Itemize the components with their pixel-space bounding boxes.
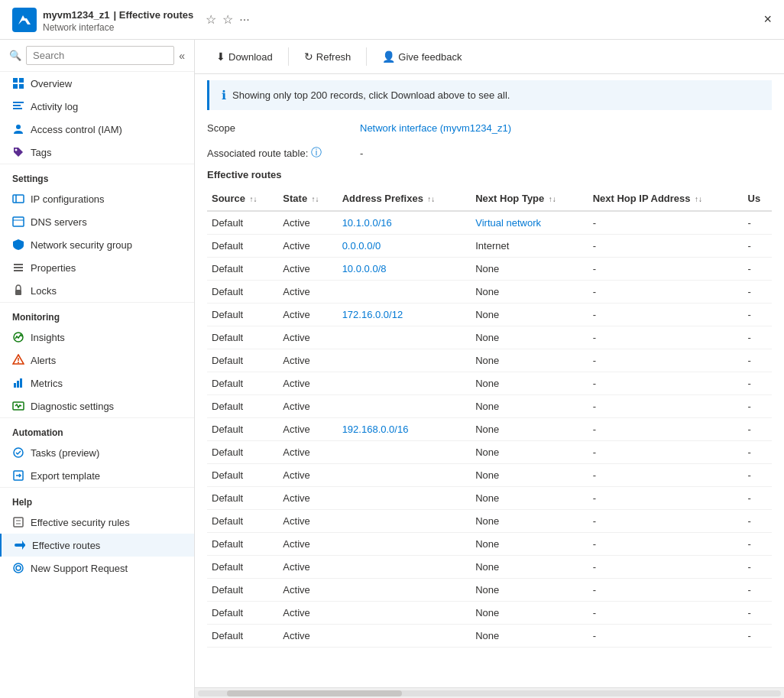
address-prefix-link[interactable]: 172.16.0.0/12 [342,309,403,320]
sidebar-item-label: IP configurations [31,193,105,205]
sidebar-item-tags[interactable]: Tags [0,141,194,164]
cell-state: Active [278,281,337,304]
cell-state: Active [278,579,337,602]
hop-type-value: None [475,469,499,481]
info-tooltip-icon[interactable]: ⓘ [311,146,322,160]
table-header-row: Source ↑↓ State ↑↓ Address Prefixes ↑↓ [207,187,772,211]
hop-type-value: None [475,607,499,618]
cell-hoptype: None [471,349,588,372]
svg-point-34 [16,566,21,570]
cell-us: - [744,464,772,487]
cell-hoptype: None [471,441,588,464]
scope-label: Scope [207,122,360,134]
sidebar-item-locks[interactable]: Locks [0,279,194,302]
svg-rect-21 [14,383,16,388]
table-row: Default Active 10.0.0.0/8 None - - [207,258,772,281]
cell-us: - [744,258,772,281]
sidebar-item-supportrequest[interactable]: New Support Request [0,557,194,580]
alerts-icon [12,354,24,366]
collapse-sidebar-button[interactable]: « [179,50,185,62]
sort-hoptype-icon[interactable]: ↑↓ [549,195,556,203]
address-prefix-link[interactable]: 10.0.0.0/8 [342,263,387,274]
cell-us: - [744,372,772,395]
hop-type-link[interactable]: Virtual network [475,217,541,229]
table-row: Default Active None - - [207,556,772,579]
cell-hopip: - [588,533,744,556]
cell-hopip: - [588,235,744,258]
properties-icon [12,261,24,274]
route-table-value: - [360,148,363,159]
cell-us: - [744,304,772,326]
sidebar-item-tasks[interactable]: Tasks (preview) [0,441,194,464]
horizontal-scrollbar[interactable] [195,687,784,698]
refresh-button[interactable]: ↻ Refresh [295,46,361,67]
info-icon: ℹ [222,88,226,102]
cell-state: Active [278,487,337,510]
sort-state-icon[interactable]: ↑↓ [311,195,319,203]
cell-hopip: - [588,211,744,235]
col-address: Address Prefixes ↑↓ [338,187,471,211]
support-icon [12,562,24,574]
cell-hoptype: Internet [471,235,588,258]
cell-address [338,372,471,395]
sidebar-item-label: Effective security rules [31,517,130,528]
close-button[interactable]: × [763,11,772,28]
sidebar-item-dns[interactable]: DNS servers [0,210,194,233]
sidebar-item-metrics[interactable]: Metrics [0,372,194,394]
hop-type-value: None [475,584,499,596]
sidebar-item-ipconfig[interactable]: IP configurations [0,187,194,210]
sidebar-item-diagnostics[interactable]: Diagnostic settings [0,394,194,417]
sidebar-item-properties[interactable]: Properties [0,256,194,279]
feedback-button[interactable]: 👤 Give feedback [373,46,471,67]
sidebar-item-export[interactable]: Export template [0,464,194,487]
cell-us: - [744,281,772,304]
col-hopip: Next Hop IP Address ↑↓ [588,187,744,211]
cell-hopip: - [588,556,744,579]
address-prefix-link[interactable]: 192.168.0.0/16 [342,424,409,435]
sidebar-item-label: New Support Request [31,563,128,574]
sidebar-item-alerts[interactable]: Alerts [0,349,194,372]
activity-log-icon [12,100,24,112]
overview-icon [12,77,24,89]
cell-hoptype: None [471,326,588,349]
table-row: Default Active 192.168.0.0/16 None - - [207,418,772,441]
cell-hopip: - [588,395,744,418]
cell-state: Active [278,602,337,625]
cell-source: Default [207,326,278,349]
cell-us: - [744,579,772,602]
sidebar-item-activitylog[interactable]: Activity log [0,95,194,118]
more-options-icon[interactable]: ··· [239,13,249,27]
cell-us: - [744,395,772,418]
sidebar-item-accesscontrol[interactable]: Access control (IAM) [0,118,194,141]
search-input[interactable] [26,46,174,65]
sort-hopip-icon[interactable]: ↑↓ [695,195,702,203]
cell-hoptype: None [471,625,588,648]
sort-source-icon[interactable]: ↑↓ [249,195,257,203]
address-prefix-link[interactable]: 0.0.0.0/0 [342,240,381,252]
sidebar-item-effectiveroutes[interactable]: Effective routes [0,534,194,557]
cell-source: Default [207,395,278,418]
table-row: Default Active None - - [207,372,772,395]
hop-type-value: None [475,630,499,641]
cell-source: Default [207,281,278,304]
address-prefix-link[interactable]: 10.1.0.0/16 [342,217,392,229]
cell-us: - [744,533,772,556]
cell-source: Default [207,579,278,602]
diagnostics-icon [12,400,24,412]
cell-address [338,625,471,648]
sidebar-item-securityrules[interactable]: Effective security rules [0,511,194,534]
scrollbar-thumb[interactable] [227,690,402,696]
sidebar-item-overview[interactable]: Overview [0,72,194,95]
sort-address-icon[interactable]: ↑↓ [427,195,435,203]
favorite-star2-icon[interactable]: ☆ [222,12,233,27]
sidebar-item-nsg[interactable]: Network security group [0,233,194,256]
favorite-star-icon[interactable]: ☆ [206,12,216,27]
svg-point-33 [14,563,23,573]
sidebar-item-label: Insights [31,332,65,343]
hop-type-value: None [475,332,499,343]
cell-hopip: - [588,487,744,510]
security-rules-icon [12,516,24,528]
sidebar-item-insights[interactable]: Insights [0,326,194,349]
download-button[interactable]: ⬇ Download [207,46,282,67]
hop-type-value: None [475,446,499,458]
